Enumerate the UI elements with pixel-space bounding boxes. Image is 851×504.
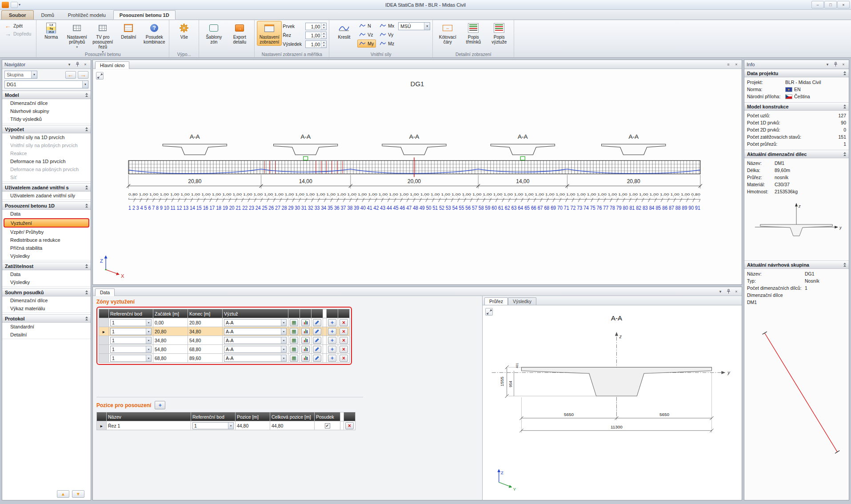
nav-section-header[interactable]: Uživatelem zadané vnitřní s bbox=[2, 183, 91, 192]
chevron-down-icon[interactable]: ▾ bbox=[281, 320, 286, 326]
info-section-header-model[interactable]: Model konstrukce bbox=[744, 102, 849, 111]
maximize-button[interactable]: □ bbox=[824, 1, 837, 8]
redo-button[interactable]: → Dopředu bbox=[3, 31, 33, 37]
chevron-down-icon[interactable]: ▾ bbox=[146, 320, 151, 326]
force-toggle-vy[interactable]: Vy bbox=[378, 31, 396, 39]
zone-ref-select[interactable]: 1▾ bbox=[110, 337, 152, 344]
zone-end-cell[interactable]: 34,80 bbox=[188, 327, 223, 336]
zone-ref-select[interactable]: 1▾ bbox=[110, 346, 152, 353]
zone-insert-button[interactable]: + bbox=[328, 346, 336, 353]
sidebar-item-vysledky[interactable]: Výsledky bbox=[2, 252, 91, 260]
spin-up-icon[interactable]: ▴ bbox=[321, 32, 326, 36]
tv-sections-button[interactable]: TV pro posouzení řezů ▾ bbox=[90, 21, 115, 56]
zone-results-button[interactable] bbox=[301, 319, 310, 326]
zone-reinf-select[interactable]: A-A▾ bbox=[224, 355, 287, 362]
zone-edit-button[interactable] bbox=[313, 328, 321, 335]
scale-vysledek-value[interactable]: 1,00 bbox=[306, 41, 321, 48]
spinner-arrows[interactable]: ▴▾ bbox=[321, 32, 326, 39]
sidebar-item-vzper-pruhyby[interactable]: Vzpěr/ Průhyby bbox=[2, 228, 91, 236]
zone-insert-button[interactable]: + bbox=[328, 355, 336, 362]
kreslit-button[interactable]: Kreslit bbox=[332, 21, 356, 41]
zone-delete-button[interactable]: × bbox=[340, 355, 348, 362]
norma-button[interactable]: 1,6Sg25,8 Norma bbox=[39, 21, 64, 41]
info-section-header-group[interactable]: Aktuální návrhová skupina bbox=[744, 260, 849, 269]
pin-icon[interactable] bbox=[832, 61, 839, 67]
display-settings-button[interactable]: Nastavení zobrazení bbox=[257, 21, 282, 46]
position-total-cell[interactable]: 44,80 bbox=[270, 421, 315, 430]
position-name-cell[interactable]: Řez 1 bbox=[107, 421, 191, 430]
scale-prvek-stepper[interactable]: 1,00 ▴▾ bbox=[305, 23, 327, 30]
nav-section-header[interactable]: Souhrn posudků bbox=[2, 288, 91, 296]
main-drawing-area[interactable]: DG1 A-A A-A A-A A-A A-A bbox=[93, 69, 741, 284]
tab-posouzeni-betonu-1d[interactable]: Posouzení betonu 1D bbox=[113, 10, 176, 20]
sidebar-item-protokol-detailni[interactable]: Detailní bbox=[2, 331, 91, 339]
nav-section-header[interactable]: Model bbox=[2, 91, 91, 99]
position-ref-select[interactable]: 1▾ bbox=[192, 422, 234, 429]
zone-ref-select[interactable]: 1▾ bbox=[110, 319, 152, 326]
spinner-arrows[interactable]: ▴▾ bbox=[321, 41, 326, 48]
nav-section-header[interactable]: Protokol bbox=[2, 314, 91, 323]
tab-domu[interactable]: Domů bbox=[35, 10, 60, 20]
zone-delete-button[interactable]: × bbox=[340, 337, 348, 344]
sidebar-item-zatizitelnost-data[interactable]: Data bbox=[2, 270, 91, 278]
tab-vysledky[interactable]: Výsledky bbox=[508, 297, 536, 305]
zone-edit-button[interactable] bbox=[313, 337, 321, 344]
chevron-down-icon[interactable]: ▾ bbox=[82, 81, 88, 88]
position-delete-button[interactable]: × bbox=[345, 422, 354, 429]
zone-template-button[interactable]: ▦ bbox=[290, 346, 298, 353]
sidebar-item-vyztuzeni[interactable]: Vyztužení bbox=[4, 218, 89, 228]
force-toggle-my[interactable]: My bbox=[357, 40, 376, 48]
zone-row[interactable]: 1▾ 34,80 54,80 A-A▾ ▦ + × bbox=[99, 336, 350, 345]
zone-results-button[interactable] bbox=[301, 328, 310, 335]
zone-insert-button[interactable]: + bbox=[328, 328, 336, 335]
chevron-down-icon[interactable]: ▾ bbox=[146, 328, 151, 335]
design-group-select[interactable]: DG1 ▾ bbox=[4, 80, 88, 88]
close-button[interactable]: × bbox=[837, 1, 850, 8]
prev-group-button[interactable]: ← bbox=[65, 71, 76, 79]
force-toggle-vz[interactable]: Vz bbox=[357, 31, 376, 39]
dimension-lines-button[interactable]: ↔ Kótovací čáry bbox=[435, 21, 460, 46]
zone-reinf-select[interactable]: A-A▾ bbox=[224, 337, 287, 344]
chevron-down-icon[interactable]: ▾ bbox=[281, 355, 286, 361]
chevron-down-icon[interactable]: ▾ bbox=[824, 61, 831, 67]
tab-hlavni-okno[interactable]: Hlavní okno bbox=[95, 61, 129, 69]
sidebar-item-protokol-standardni[interactable]: Standardní bbox=[2, 323, 91, 331]
zone-results-button[interactable] bbox=[301, 346, 310, 353]
tab-data[interactable]: Data bbox=[95, 288, 115, 296]
pin-icon[interactable] bbox=[725, 288, 731, 294]
zone-templates-button[interactable]: Šablony zón bbox=[201, 21, 226, 46]
sidebar-item-data[interactable]: Data bbox=[2, 210, 91, 218]
sidebar-item-vykaz-materialu[interactable]: Výkaz materiálu bbox=[2, 304, 91, 312]
next-group-button[interactable]: → bbox=[78, 71, 88, 79]
zone-start-cell[interactable]: 34,80 bbox=[153, 336, 188, 345]
zone-insert-button[interactable]: + bbox=[328, 337, 336, 344]
zone-start-cell[interactable]: 20,80 bbox=[153, 327, 188, 336]
window-menu-icon[interactable]: ≡ bbox=[725, 61, 731, 67]
sidebar-item-navrhove-skupiny[interactable]: Návrhové skupiny bbox=[2, 107, 91, 115]
deflection-settings-button[interactable]: Nastavení průhybů ▾ bbox=[64, 21, 89, 51]
zone-end-cell[interactable]: 54,80 bbox=[188, 336, 223, 345]
add-position-button[interactable]: + bbox=[155, 401, 165, 409]
info-section-header-project[interactable]: Data projektu bbox=[744, 69, 849, 77]
spin-down-icon[interactable]: ▾ bbox=[321, 35, 326, 39]
nav-section-header[interactable]: Posouzení betonu 1D bbox=[2, 201, 91, 210]
chevron-down-icon[interactable]: ▾ bbox=[281, 337, 286, 344]
zone-end-cell[interactable]: 20,80 bbox=[188, 318, 223, 327]
force-toggle-mx[interactable]: Mx bbox=[378, 22, 396, 30]
sidebar-item-tridy-vysledku[interactable]: Třídy výsledků bbox=[2, 115, 91, 123]
zone-edit-button[interactable] bbox=[313, 346, 321, 353]
limit-state-select[interactable]: MSÚ ▾ bbox=[398, 22, 430, 30]
sidebar-item-dimenzacni-dilce[interactable]: Dimenzační dílce bbox=[2, 99, 91, 107]
chevron-down-icon[interactable]: ▾ bbox=[146, 355, 151, 361]
nav-section-header[interactable]: Zatížitelnost bbox=[2, 262, 91, 270]
zone-ref-select[interactable]: 1▾ bbox=[110, 328, 152, 335]
spin-up-icon[interactable]: ▴ bbox=[321, 23, 326, 27]
zone-row[interactable]: 1▾ 68,80 89,60 A-A▾ ▦ + × bbox=[99, 354, 350, 363]
zone-start-cell[interactable]: 54,80 bbox=[153, 345, 188, 354]
spinner-arrows[interactable]: ▴▾ bbox=[321, 23, 326, 30]
pin-icon[interactable] bbox=[74, 61, 80, 67]
zone-results-button[interactable] bbox=[301, 355, 310, 362]
chevron-down-icon[interactable]: ▾ bbox=[717, 288, 723, 294]
undo-button[interactable]: ← Zpět bbox=[3, 23, 33, 29]
posudek-checkbox[interactable]: ✔ bbox=[325, 423, 330, 428]
